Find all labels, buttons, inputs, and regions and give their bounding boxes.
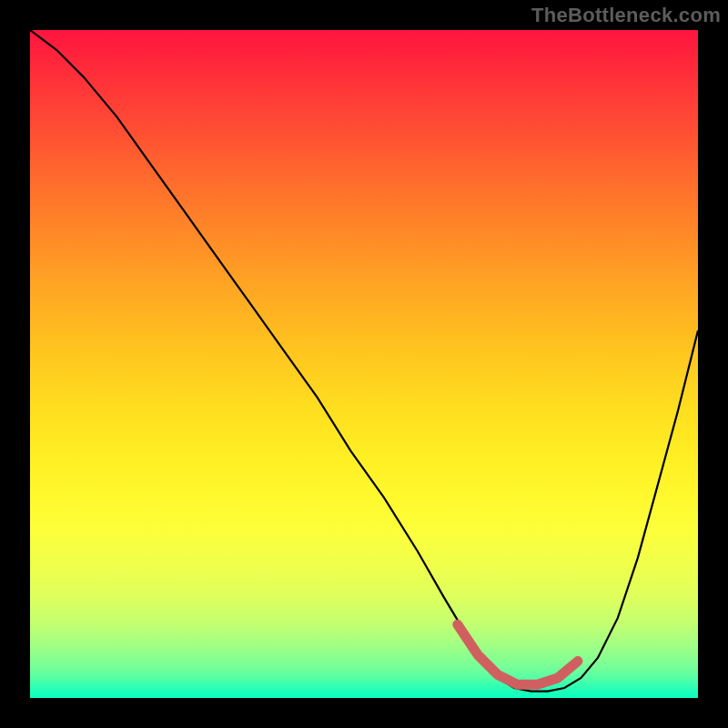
chart-overlay <box>30 30 698 698</box>
sweet-spot-highlight <box>458 624 578 684</box>
watermark-text: TheBottleneck.com <box>531 4 721 27</box>
bottleneck-curve <box>30 30 698 692</box>
chart-frame: TheBottleneck.com <box>0 0 728 728</box>
plot-area <box>30 30 698 698</box>
